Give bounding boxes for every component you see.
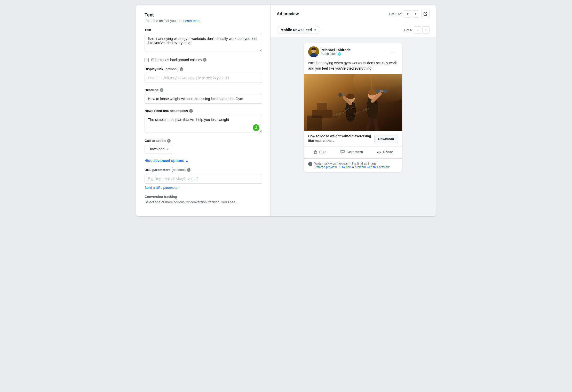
news-feed-info-icon[interactable]: i (189, 109, 193, 113)
comment-button[interactable]: Comment (337, 148, 366, 156)
conversion-desc: Select one or more options for conversio… (145, 200, 262, 204)
svg-point-14 (368, 89, 377, 95)
ad-preview-title: Ad preview (277, 12, 299, 16)
like-icon (313, 150, 318, 154)
notice-icon: i (308, 162, 312, 166)
gym-image-svg: shutterstock shutterstock (304, 74, 402, 131)
headline-info-icon[interactable]: i (160, 88, 163, 92)
share-button[interactable]: Share (374, 148, 396, 156)
ad-preview-count-row: 1 of 1 ad ‹ › (388, 10, 430, 18)
conversion-tracking-group: Conversion tracking Select one or more o… (145, 195, 262, 204)
news-feed-desc-group: News Feed link description i The simple … (145, 109, 262, 134)
svg-line-19 (367, 119, 370, 130)
build-url-link[interactable]: Build a URL parameter (145, 186, 179, 190)
ad-preview-nav: ‹ › (404, 10, 419, 18)
section-subtitle: Enter the text for your ad. Learn more. (145, 19, 262, 23)
notice-content: Watermark won't appear in the final ad i… (314, 162, 390, 169)
headline-group: Headline i (145, 88, 262, 104)
fb-post-user: Michael Tabirade Sponsored 🌐 (308, 46, 351, 57)
svg-rect-31 (314, 152, 315, 153)
preview-links: Refresh preview • Report a problem with … (314, 165, 390, 169)
svg-rect-27 (307, 116, 322, 130)
globe-icon: 🌐 (338, 52, 341, 56)
fb-cta-headline: How to loose weight without exercising l… (308, 134, 372, 143)
like-label: Like (319, 150, 327, 154)
text-field-group: Text Isn't it annoying when gym workouts… (145, 28, 262, 53)
fb-post-footer: How to loose weight without exercising l… (304, 131, 402, 146)
post-user-name: Michael Tabirade (322, 48, 351, 52)
share-label: Share (383, 150, 393, 154)
checkbox-row: Edit stories background colours i (145, 58, 262, 62)
checkbox-info-icon[interactable]: i (203, 58, 206, 62)
display-link-info-icon[interactable]: i (180, 67, 183, 71)
ad-preview-header: Ad preview 1 of 1 ad ‹ › (271, 5, 436, 23)
subtitle-text: Enter the text for your ad. (145, 19, 183, 23)
refresh-icon[interactable]: ↺ (253, 124, 259, 131)
learn-more-link[interactable]: Learn more. (183, 19, 201, 23)
share-icon (377, 150, 382, 154)
fb-post-image: shutterstock shutterstock (304, 74, 402, 131)
display-link-input[interactable] (145, 73, 262, 83)
ad-preview-count-text: 1 of 1 ad (388, 12, 402, 16)
display-link-label: Display link (optional) i (145, 67, 262, 71)
preview-nav: ‹ › (414, 26, 430, 34)
svg-line-20 (375, 119, 377, 130)
fb-post-text: Isn't it annoying when gym workouts don'… (304, 60, 402, 74)
avatar (308, 46, 319, 57)
conversion-title: Conversion tracking (145, 195, 262, 199)
svg-point-26 (338, 93, 342, 97)
svg-rect-11 (317, 103, 327, 110)
ad-next-arrow[interactable]: › (412, 10, 419, 18)
headline-input[interactable] (145, 94, 262, 104)
notice-text: Watermark won't appear in the final ad i… (314, 162, 390, 165)
preview-prev-arrow[interactable]: ‹ (414, 26, 421, 34)
headline-label: Headline i (145, 88, 262, 92)
svg-point-23 (346, 94, 355, 99)
post-options-button[interactable]: ··· (388, 48, 398, 56)
comment-icon (340, 150, 345, 154)
url-params-input[interactable] (145, 174, 262, 184)
external-link-icon (424, 12, 427, 16)
display-link-group: Display link (optional) i (145, 67, 262, 83)
feed-selector-label: Mobile News Feed (281, 28, 312, 32)
section-title: Text (145, 12, 262, 18)
fb-user-info: Michael Tabirade Sponsored 🌐 (322, 48, 351, 56)
fb-post-header: Michael Tabirade Sponsored 🌐 ··· (304, 43, 402, 60)
url-params-info-icon[interactable]: i (187, 168, 190, 172)
left-panel: Text Enter the text for your ad. Learn m… (136, 5, 271, 216)
preview-next-arrow[interactable]: › (422, 26, 430, 34)
ad-prev-arrow[interactable]: ‹ (404, 10, 411, 18)
svg-rect-28 (387, 118, 401, 130)
fb-post-card: Michael Tabirade Sponsored 🌐 ··· Isn't i… (304, 43, 402, 172)
cta-dropdown-button[interactable]: Download ▼ (145, 145, 173, 153)
arrow-up-icon: ▲ (186, 159, 188, 162)
news-feed-desc-wrapper: The simple meal plan that will help you … (145, 115, 262, 134)
report-problem-link[interactable]: Report a problem with this preview (342, 165, 390, 169)
preview-toolbar: Mobile News Feed ▼ 1 of 6 ‹ › (271, 23, 436, 37)
text-field-label: Text (145, 28, 262, 32)
preview-notice: i Watermark won't appear in the final ad… (304, 158, 402, 172)
svg-point-18 (383, 89, 387, 93)
svg-point-4 (312, 50, 315, 53)
news-feed-desc-textarea[interactable]: The simple meal plan that will help you … (145, 115, 262, 133)
svg-point-17 (376, 89, 380, 93)
external-link-button[interactable] (421, 10, 430, 18)
fb-actions: Like Comment Share (304, 146, 402, 158)
like-button[interactable]: Like (310, 148, 330, 156)
post-sponsored: Sponsored 🌐 (322, 52, 351, 56)
cta-label: Call to action i (145, 139, 262, 143)
fb-cta-button[interactable]: Download (374, 135, 398, 143)
url-params-group: URL parameters (optional) i Build a URL … (145, 168, 262, 190)
url-params-label: URL parameters (optional) i (145, 168, 262, 172)
feed-selector-button[interactable]: Mobile News Feed ▼ (277, 26, 320, 34)
stories-bg-checkbox[interactable] (145, 58, 149, 62)
comment-label: Comment (346, 150, 363, 154)
text-textarea[interactable]: Isn't it annoying when gym workouts don'… (145, 34, 262, 52)
news-feed-desc-label: News Feed link description i (145, 109, 262, 113)
cta-group: Call to action i Download ▼ (145, 139, 262, 153)
fb-cta-area: How to loose weight without exercising l… (308, 134, 372, 144)
hide-advanced-button[interactable]: Hide advanced options ▲ (145, 159, 188, 163)
refresh-preview-link[interactable]: Refresh preview (314, 165, 337, 169)
cta-info-icon[interactable]: i (167, 139, 171, 143)
main-card: Text Enter the text for your ad. Learn m… (136, 5, 436, 216)
